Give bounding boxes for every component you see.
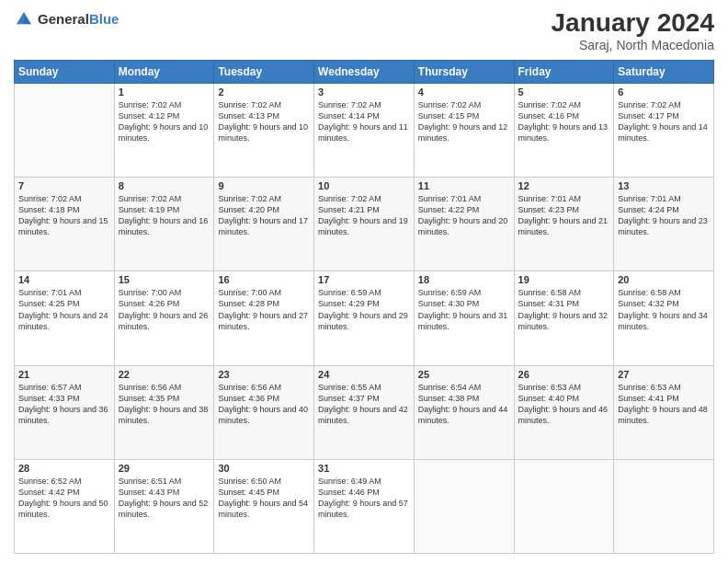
day-info: Sunrise: 6:53 AMSunset: 4:41 PMDaylight:… bbox=[618, 382, 710, 427]
calendar-cell: 2Sunrise: 7:02 AMSunset: 4:13 PMDaylight… bbox=[214, 83, 314, 177]
day-info: Sunrise: 7:02 AMSunset: 4:17 PMDaylight:… bbox=[618, 99, 710, 144]
calendar-cell: 8Sunrise: 7:02 AMSunset: 4:19 PMDaylight… bbox=[114, 178, 214, 271]
calendar-cell: 21Sunrise: 6:57 AMSunset: 4:33 PMDayligh… bbox=[15, 365, 115, 459]
header-day-friday: Friday bbox=[514, 60, 614, 83]
calendar-table: SundayMondayTuesdayWednesdayThursdayFrid… bbox=[14, 60, 714, 554]
calendar-cell: 13Sunrise: 7:01 AMSunset: 4:24 PMDayligh… bbox=[614, 178, 714, 271]
calendar-cell bbox=[15, 83, 115, 177]
week-row-1: 7Sunrise: 7:02 AMSunset: 4:18 PMDaylight… bbox=[15, 178, 714, 271]
day-number: 30 bbox=[218, 463, 310, 474]
day-info: Sunrise: 7:02 AMSunset: 4:19 PMDaylight:… bbox=[119, 193, 210, 238]
day-number: 22 bbox=[119, 369, 210, 380]
calendar-cell: 3Sunrise: 7:02 AMSunset: 4:14 PMDaylight… bbox=[314, 83, 415, 177]
day-number: 29 bbox=[119, 463, 210, 474]
day-number: 2 bbox=[218, 86, 310, 98]
day-info: Sunrise: 7:01 AMSunset: 4:22 PMDaylight:… bbox=[418, 193, 510, 238]
day-info: Sunrise: 7:02 AMSunset: 4:20 PMDaylight:… bbox=[218, 193, 310, 238]
calendar-cell: 17Sunrise: 6:59 AMSunset: 4:29 PMDayligh… bbox=[314, 271, 415, 365]
week-row-0: 1Sunrise: 7:02 AMSunset: 4:12 PMDaylight… bbox=[15, 83, 714, 177]
calendar-cell: 12Sunrise: 7:01 AMSunset: 4:23 PMDayligh… bbox=[514, 178, 614, 271]
logo-icon bbox=[14, 9, 34, 29]
day-info: Sunrise: 6:54 AMSunset: 4:38 PMDaylight:… bbox=[418, 382, 510, 427]
day-info: Sunrise: 7:00 AMSunset: 4:28 PMDaylight:… bbox=[218, 287, 310, 332]
day-number: 31 bbox=[318, 463, 410, 474]
calendar-cell: 28Sunrise: 6:52 AMSunset: 4:42 PMDayligh… bbox=[15, 459, 115, 553]
header-row: SundayMondayTuesdayWednesdayThursdayFrid… bbox=[15, 60, 714, 83]
day-number: 8 bbox=[119, 180, 210, 191]
calendar-cell: 23Sunrise: 6:56 AMSunset: 4:36 PMDayligh… bbox=[214, 365, 314, 459]
header-day-saturday: Saturday bbox=[614, 60, 714, 83]
day-number: 26 bbox=[518, 369, 610, 380]
calendar-cell: 31Sunrise: 6:49 AMSunset: 4:46 PMDayligh… bbox=[314, 459, 415, 553]
page: GeneralBlue January 2024 Saraj, North Ma… bbox=[0, 0, 728, 563]
calendar-cell bbox=[614, 459, 714, 553]
day-number: 7 bbox=[18, 180, 110, 191]
day-number: 23 bbox=[218, 369, 310, 380]
day-info: Sunrise: 7:02 AMSunset: 4:21 PMDaylight:… bbox=[318, 193, 410, 238]
calendar-cell: 1Sunrise: 7:02 AMSunset: 4:12 PMDaylight… bbox=[114, 83, 214, 177]
day-info: Sunrise: 6:53 AMSunset: 4:40 PMDaylight:… bbox=[518, 382, 610, 427]
day-info: Sunrise: 6:55 AMSunset: 4:37 PMDaylight:… bbox=[318, 382, 410, 427]
header-day-sunday: Sunday bbox=[15, 60, 115, 83]
day-number: 11 bbox=[418, 180, 510, 191]
day-info: Sunrise: 6:52 AMSunset: 4:42 PMDaylight:… bbox=[18, 476, 110, 521]
calendar-cell: 16Sunrise: 7:00 AMSunset: 4:28 PMDayligh… bbox=[214, 271, 314, 365]
day-info: Sunrise: 7:00 AMSunset: 4:26 PMDaylight:… bbox=[119, 287, 210, 332]
day-number: 21 bbox=[18, 369, 110, 380]
day-info: Sunrise: 7:01 AMSunset: 4:23 PMDaylight:… bbox=[518, 193, 610, 238]
day-number: 18 bbox=[418, 274, 510, 285]
day-number: 14 bbox=[18, 274, 110, 285]
day-info: Sunrise: 6:50 AMSunset: 4:45 PMDaylight:… bbox=[218, 476, 310, 521]
day-info: Sunrise: 6:58 AMSunset: 4:32 PMDaylight:… bbox=[618, 287, 710, 332]
day-number: 15 bbox=[119, 274, 210, 285]
calendar-cell: 25Sunrise: 6:54 AMSunset: 4:38 PMDayligh… bbox=[414, 365, 514, 459]
header: GeneralBlue January 2024 Saraj, North Ma… bbox=[14, 9, 714, 52]
day-number: 13 bbox=[618, 180, 710, 191]
day-info: Sunrise: 7:01 AMSunset: 4:24 PMDaylight:… bbox=[618, 193, 710, 238]
day-info: Sunrise: 6:56 AMSunset: 4:35 PMDaylight:… bbox=[119, 382, 210, 427]
week-row-2: 14Sunrise: 7:01 AMSunset: 4:25 PMDayligh… bbox=[15, 271, 714, 365]
day-number: 5 bbox=[518, 86, 610, 98]
subtitle: Saraj, North Macedonia bbox=[552, 38, 714, 52]
header-day-wednesday: Wednesday bbox=[314, 60, 415, 83]
day-info: Sunrise: 7:02 AMSunset: 4:14 PMDaylight:… bbox=[318, 99, 410, 144]
calendar-cell: 5Sunrise: 7:02 AMSunset: 4:16 PMDaylight… bbox=[514, 83, 614, 177]
header-day-monday: Monday bbox=[114, 60, 214, 83]
day-info: Sunrise: 7:02 AMSunset: 4:12 PMDaylight:… bbox=[119, 99, 210, 144]
calendar-cell: 10Sunrise: 7:02 AMSunset: 4:21 PMDayligh… bbox=[314, 178, 415, 271]
calendar-cell: 24Sunrise: 6:55 AMSunset: 4:37 PMDayligh… bbox=[314, 365, 415, 459]
calendar-cell: 29Sunrise: 6:51 AMSunset: 4:43 PMDayligh… bbox=[114, 459, 214, 553]
day-number: 24 bbox=[318, 369, 410, 380]
day-number: 12 bbox=[518, 180, 610, 191]
logo: GeneralBlue bbox=[14, 9, 119, 29]
calendar-cell: 11Sunrise: 7:01 AMSunset: 4:22 PMDayligh… bbox=[414, 178, 514, 271]
day-info: Sunrise: 6:58 AMSunset: 4:31 PMDaylight:… bbox=[518, 287, 610, 332]
calendar-cell: 22Sunrise: 6:56 AMSunset: 4:35 PMDayligh… bbox=[114, 365, 214, 459]
week-row-4: 28Sunrise: 6:52 AMSunset: 4:42 PMDayligh… bbox=[15, 459, 714, 553]
calendar-cell bbox=[414, 459, 514, 553]
day-info: Sunrise: 7:02 AMSunset: 4:15 PMDaylight:… bbox=[418, 99, 510, 144]
day-number: 10 bbox=[318, 180, 410, 191]
day-number: 9 bbox=[218, 180, 310, 191]
day-info: Sunrise: 6:59 AMSunset: 4:30 PMDaylight:… bbox=[418, 287, 510, 332]
day-number: 20 bbox=[618, 274, 710, 285]
week-row-3: 21Sunrise: 6:57 AMSunset: 4:33 PMDayligh… bbox=[15, 365, 714, 459]
calendar-cell: 15Sunrise: 7:00 AMSunset: 4:26 PMDayligh… bbox=[114, 271, 214, 365]
calendar-cell: 6Sunrise: 7:02 AMSunset: 4:17 PMDaylight… bbox=[614, 83, 714, 177]
calendar-cell: 27Sunrise: 6:53 AMSunset: 4:41 PMDayligh… bbox=[614, 365, 714, 459]
calendar-cell: 26Sunrise: 6:53 AMSunset: 4:40 PMDayligh… bbox=[514, 365, 614, 459]
day-number: 17 bbox=[318, 274, 410, 285]
title-block: January 2024 Saraj, North Macedonia bbox=[552, 9, 714, 52]
calendar-cell: 30Sunrise: 6:50 AMSunset: 4:45 PMDayligh… bbox=[214, 459, 314, 553]
day-info: Sunrise: 7:02 AMSunset: 4:18 PMDaylight:… bbox=[18, 193, 110, 238]
day-info: Sunrise: 6:51 AMSunset: 4:43 PMDaylight:… bbox=[119, 476, 210, 521]
day-number: 19 bbox=[518, 274, 610, 285]
logo-general: General bbox=[38, 11, 89, 27]
day-number: 3 bbox=[318, 86, 410, 98]
day-number: 27 bbox=[618, 369, 710, 380]
calendar-cell: 14Sunrise: 7:01 AMSunset: 4:25 PMDayligh… bbox=[15, 271, 115, 365]
day-number: 4 bbox=[418, 86, 510, 98]
calendar-cell: 7Sunrise: 7:02 AMSunset: 4:18 PMDaylight… bbox=[15, 178, 115, 271]
calendar-cell: 19Sunrise: 6:58 AMSunset: 4:31 PMDayligh… bbox=[514, 271, 614, 365]
header-day-tuesday: Tuesday bbox=[214, 60, 314, 83]
